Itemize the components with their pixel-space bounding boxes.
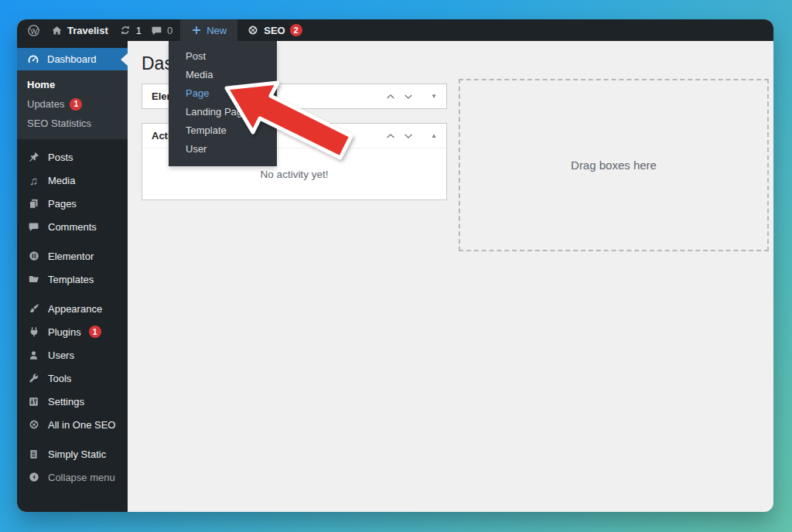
new-menu-button[interactable]: New xyxy=(180,19,237,41)
sidebar-item-media[interactable]: ♫ Media xyxy=(17,169,128,192)
settings-sliders-icon xyxy=(27,396,40,408)
user-icon xyxy=(27,350,40,361)
sidebar-item-dashboard[interactable]: Dashboard xyxy=(17,48,128,70)
dropzone-label: Drag boxes here xyxy=(571,159,657,172)
collapse-arrow-icon xyxy=(27,471,40,483)
submenu-item-home[interactable]: Home xyxy=(17,75,128,94)
dashboard-gauge-icon xyxy=(27,53,39,66)
sidebar-item-settings[interactable]: Settings xyxy=(17,390,128,413)
seo-badge: 2 xyxy=(290,24,302,36)
folder-icon xyxy=(27,273,40,285)
update-count: 1 xyxy=(136,25,142,36)
seo-label: SEO xyxy=(264,25,285,36)
move-down-icon[interactable] xyxy=(403,91,414,102)
site-menu[interactable]: Travelist xyxy=(51,19,108,41)
sidebar-item-simply-static[interactable]: Simply Static xyxy=(17,442,128,466)
plugins-badge: 1 xyxy=(89,326,101,338)
wrench-icon xyxy=(27,373,40,384)
new-menu-item-landing-page[interactable]: Landing Page xyxy=(169,103,277,121)
new-menu-item-user[interactable]: User xyxy=(169,140,277,159)
sidebar-item-label: Dashboard xyxy=(47,53,97,65)
menu-separator xyxy=(17,436,128,442)
move-down-icon[interactable] xyxy=(403,131,414,142)
admin-sidebar: Dashboard Home Updates 1 SEO Statistics xyxy=(17,41,128,512)
sidebar-item-templates[interactable]: Templates xyxy=(17,268,128,291)
site-name: Travelist xyxy=(67,25,108,36)
plus-icon xyxy=(191,25,202,36)
seo-gear-icon xyxy=(247,24,259,36)
pages-icon xyxy=(27,198,40,210)
sidebar-item-appearance[interactable]: Appearance xyxy=(17,297,128,320)
sidebar-item-users[interactable]: Users xyxy=(17,343,128,367)
plug-icon xyxy=(27,326,40,338)
sidebar-item-pages[interactable]: Pages xyxy=(17,192,128,215)
aioseo-gear-icon xyxy=(27,418,40,431)
updates-indicator[interactable]: 1 xyxy=(119,19,142,41)
comment-count: 0 xyxy=(167,25,172,36)
update-icon xyxy=(119,24,131,36)
wordpress-logo-icon xyxy=(27,24,40,37)
sidebar-item-plugins[interactable]: Plugins 1 xyxy=(17,320,128,343)
move-up-icon[interactable] xyxy=(385,91,396,102)
sidebar-item-comments[interactable]: Comments xyxy=(17,215,128,238)
admin-bar: Travelist 1 0 xyxy=(17,19,773,41)
new-menu-item-page[interactable]: Page xyxy=(169,84,277,103)
elementor-icon xyxy=(27,250,40,262)
current-item-notch xyxy=(121,53,128,66)
dashboard-submenu: Home Updates 1 SEO Statistics xyxy=(17,70,128,139)
widget-dropzone[interactable]: Drag boxes here xyxy=(459,79,769,251)
move-up-icon[interactable] xyxy=(385,131,396,142)
menu-separator xyxy=(17,139,128,145)
updates-badge: 1 xyxy=(70,98,82,111)
new-menu-item-post[interactable]: Post xyxy=(169,47,277,66)
collapse-toggle-icon[interactable]: ▼ xyxy=(431,93,437,100)
sidebar-item-elementor[interactable]: Elementor xyxy=(17,244,128,268)
new-menu-item-template[interactable]: Template xyxy=(169,121,277,140)
new-label: New xyxy=(207,25,227,36)
sidebar-item-posts[interactable]: Posts xyxy=(17,145,128,169)
sidebar-item-all-in-one-seo[interactable]: All in One SEO xyxy=(17,413,128,436)
new-menu-item-media[interactable]: Media xyxy=(169,66,277,84)
comments-bubble-icon xyxy=(27,221,40,233)
menu-separator xyxy=(17,238,128,244)
home-icon xyxy=(51,25,63,36)
seo-menu[interactable]: SEO 2 xyxy=(239,19,309,41)
media-note-icon: ♫ xyxy=(27,175,40,186)
collapse-toggle-icon[interactable]: ▲ xyxy=(431,132,437,139)
brush-icon xyxy=(27,302,40,315)
new-menu-dropdown: Post Media Page Landing Page Template Us… xyxy=(169,41,277,166)
pushpin-icon xyxy=(27,151,40,163)
menu-separator xyxy=(17,291,128,297)
browser-window: Travelist 1 0 xyxy=(17,19,773,512)
document-icon xyxy=(27,448,40,460)
comments-indicator[interactable]: 0 xyxy=(151,19,172,41)
sidebar-item-tools[interactable]: Tools xyxy=(17,367,128,390)
wordpress-logo-menu[interactable] xyxy=(27,19,40,41)
submenu-item-seo-statistics[interactable]: SEO Statistics xyxy=(17,114,128,133)
submenu-item-updates[interactable]: Updates 1 xyxy=(17,94,128,114)
comment-icon xyxy=(151,25,162,36)
collapse-menu-button[interactable]: Collapse menu xyxy=(17,466,128,489)
